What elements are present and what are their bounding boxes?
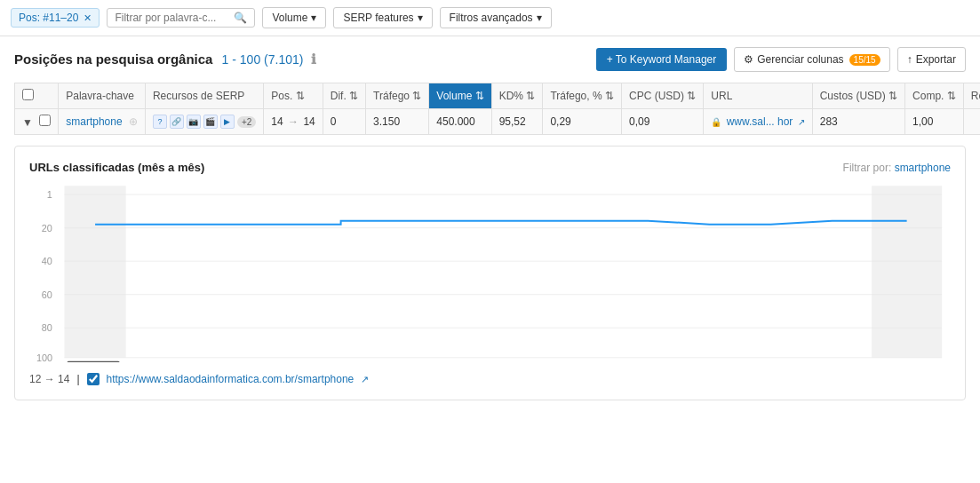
advanced-filters-btn[interactable]: Filtros avançados ▾ xyxy=(440,7,552,28)
cell-res xyxy=(963,109,980,135)
serp-icons-group: ? 🔗 📷 🎬 ▶ +2 xyxy=(153,115,256,129)
col-cpc[interactable]: CPC (USD) ⇅ xyxy=(621,83,703,109)
page-title-area: Posições na pesquisa orgânica 1 - 100 (7… xyxy=(14,51,316,67)
col-trafego[interactable]: Tráfego ⇅ xyxy=(366,83,429,109)
chevron-down-icon: ▾ xyxy=(537,12,542,24)
url-link[interactable]: www.sal... hor xyxy=(727,115,793,128)
chart-filter-label: Filtrar por: smartphone xyxy=(843,162,951,174)
col-pos[interactable]: Pos. ⇅ xyxy=(264,83,323,109)
chart-header: URLs classificadas (mês a mês) Filtrar p… xyxy=(29,161,951,174)
cell-serp-resources: ? 🔗 📷 🎬 ▶ +2 xyxy=(145,109,263,135)
cell-volume: 450.000 xyxy=(429,109,491,135)
cell-kd: 95,52 xyxy=(491,109,543,135)
cell-trafego: 3.150 xyxy=(366,109,429,135)
chart-url-row: 12 → 14 | https://www.saldaodainformatic… xyxy=(29,373,951,385)
svg-text:60: 60 xyxy=(42,289,52,300)
export-icon: ↑ xyxy=(907,53,912,66)
columns-badge: 15/15 xyxy=(849,54,880,66)
serp-icon-1[interactable]: ? xyxy=(153,115,167,129)
pos-arrow-icon: → xyxy=(288,115,299,128)
url-checkbox[interactable] xyxy=(87,373,100,385)
advanced-filters-label: Filtros avançados xyxy=(450,12,533,24)
data-table: Palavra-chave Recursos de SERP Pos. ⇅ Di… xyxy=(14,83,980,135)
table-row: ▼ smartphone ⊕ ? 🔗 📷 🎬 ▶ +2 xyxy=(15,109,981,135)
more-serp-tag[interactable]: +2 xyxy=(237,116,256,128)
col-dif[interactable]: Dif. ⇅ xyxy=(323,83,365,109)
col-trafego-percent[interactable]: Tráfego, % ⇅ xyxy=(543,83,622,109)
serp-features-label: SERP features xyxy=(343,12,413,24)
chart-title: URLs classificadas (mês a mês) xyxy=(29,161,204,174)
separator: | xyxy=(76,373,79,385)
serp-icon-5[interactable]: ▶ xyxy=(220,115,235,129)
col-serp-resources: Recursos de SERP xyxy=(145,83,263,109)
select-all-header[interactable] xyxy=(15,83,59,109)
chart-filter-keyword[interactable]: smartphone xyxy=(895,162,951,174)
col-volume[interactable]: Volume ⇅ xyxy=(429,83,491,109)
volume-filter-label: Volume xyxy=(272,12,307,24)
svg-rect-13 xyxy=(872,186,942,358)
expand-cell[interactable]: ▼ xyxy=(15,109,59,135)
pos-change-label: 12 → 14 xyxy=(29,373,69,385)
add-keyword-icon[interactable]: ⊕ xyxy=(129,115,138,128)
volume-filter-btn[interactable]: Volume ▾ xyxy=(262,7,326,28)
gear-icon: ⚙ xyxy=(744,53,753,66)
chart-url-link[interactable]: https://www.saldaodainformatica.com.br/s… xyxy=(107,373,355,385)
chart-svg: 1 20 40 60 80 100 xyxy=(29,185,951,362)
keyword-link[interactable]: smartphone xyxy=(66,115,122,128)
keyword-filter-input-wrapper[interactable]: 🔍 xyxy=(107,8,255,28)
info-icon[interactable]: ℹ xyxy=(311,51,316,67)
serp-icon-2[interactable]: 🔗 xyxy=(170,115,184,129)
col-res: Res xyxy=(963,83,980,109)
main-content: Posições na pesquisa orgânica 1 - 100 (7… xyxy=(0,36,980,400)
chevron-down-icon: ▾ xyxy=(311,12,316,24)
table-header-row: Palavra-chave Recursos de SERP Pos. ⇅ Di… xyxy=(15,83,981,109)
svg-text:40: 40 xyxy=(42,256,52,266)
lock-icon: 🔒 xyxy=(711,117,721,127)
col-comp[interactable]: Comp. ⇅ xyxy=(905,83,964,109)
expand-arrow-icon[interactable]: ▼ xyxy=(22,116,33,129)
export-btn[interactable]: ↑ Exportar xyxy=(897,47,966,72)
cell-cpc: 0,09 xyxy=(621,109,703,135)
serp-icon-4[interactable]: 🎬 xyxy=(203,115,218,129)
cell-url: 🔒 www.sal... hor ↗ xyxy=(704,109,812,135)
svg-rect-12 xyxy=(65,186,126,358)
serp-features-filter-btn[interactable]: SERP features ▾ xyxy=(333,7,432,28)
cell-comp: 1,00 xyxy=(905,109,964,135)
external-link-icon[interactable]: ↗ xyxy=(361,374,369,385)
manage-columns-btn[interactable]: ⚙ Gerenciar colunas 15/15 xyxy=(734,47,889,72)
filter-tag-label: Pos: #11–20 xyxy=(19,12,78,24)
cell-pos: 14 → 14 xyxy=(264,109,323,135)
filter-tag-close[interactable]: ✕ xyxy=(84,12,92,24)
cell-keyword: smartphone ⊕ xyxy=(59,109,146,135)
svg-text:20: 20 xyxy=(42,223,52,234)
col-custos[interactable]: Custos (USD) ⇅ xyxy=(812,83,904,109)
title-actions: + To Keyword Manager ⚙ Gerenciar colunas… xyxy=(596,47,966,72)
cell-trafego-percent: 0,29 xyxy=(543,109,622,135)
svg-rect-15 xyxy=(67,361,119,362)
filter-bar: Pos: #11–20 ✕ 🔍 Volume ▾ SERP features ▾… xyxy=(0,0,980,36)
col-keyword: Palavra-chave xyxy=(59,83,146,109)
external-link-icon[interactable]: ↗ xyxy=(798,117,805,127)
search-icon[interactable]: 🔍 xyxy=(234,12,247,24)
row-checkbox[interactable] xyxy=(39,115,51,126)
svg-text:80: 80 xyxy=(42,322,52,333)
select-all-checkbox[interactable] xyxy=(22,89,34,100)
chart-line xyxy=(95,221,907,225)
serp-icon-3[interactable]: 📷 xyxy=(187,115,201,129)
col-url: URL xyxy=(704,83,812,109)
cell-custos: 283 xyxy=(812,109,904,135)
keyword-filter-input[interactable] xyxy=(115,12,230,24)
title-row: Posições na pesquisa orgânica 1 - 100 (7… xyxy=(14,47,966,72)
cell-dif: 0 xyxy=(323,109,365,135)
keyword-manager-btn[interactable]: + To Keyword Manager xyxy=(596,48,728,71)
col-kd[interactable]: KD% ⇅ xyxy=(491,83,543,109)
svg-text:1: 1 xyxy=(47,189,52,200)
chart-section: URLs classificadas (mês a mês) Filtrar p… xyxy=(14,146,966,400)
chart-container: 1 20 40 60 80 100 xyxy=(29,185,951,362)
page-title: Posições na pesquisa orgânica 1 - 100 (7… xyxy=(14,51,316,67)
svg-text:100: 100 xyxy=(36,352,52,362)
chevron-down-icon: ▾ xyxy=(418,12,423,24)
arrow-icon: → xyxy=(44,373,55,385)
pos-filter-tag[interactable]: Pos: #11–20 ✕ xyxy=(11,8,100,28)
